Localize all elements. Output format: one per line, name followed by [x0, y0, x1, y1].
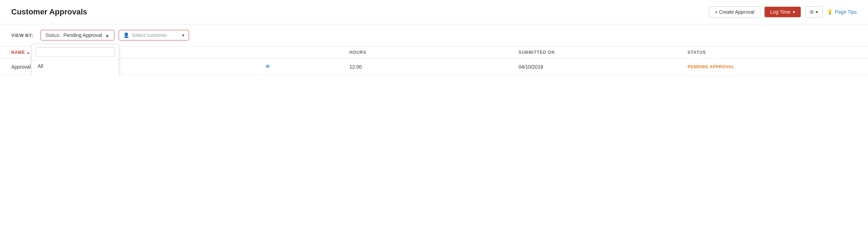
- gear-icon: ⚙: [810, 9, 814, 15]
- status-dropdown-menu: All Approved Rejected Pending Submission…: [32, 44, 119, 75]
- dropdown-item-approved[interactable]: Approved: [32, 72, 119, 75]
- column-header-status: STATUS: [688, 50, 857, 55]
- view-by-label: VIEW BY:: [11, 33, 33, 38]
- create-approval-button[interactable]: + Create Approval: [709, 6, 760, 18]
- page-header: Customer Approvals + Create Approval Log…: [0, 0, 868, 24]
- column-header-submitted-on: SUBMITTED ON: [518, 50, 687, 55]
- table-row: Approval fo 👁 12:00 04/10/2018 PENDING A…: [0, 59, 868, 75]
- cell-submitted-on: 04/10/2018: [518, 64, 687, 70]
- chevron-down-icon: ▾: [182, 32, 184, 38]
- chevron-up-icon: ▲: [105, 32, 110, 38]
- chevron-down-icon: ▾: [816, 9, 818, 15]
- page-title: Customer Approvals: [11, 7, 87, 17]
- status-filter-value: Pending Approval: [63, 32, 102, 38]
- column-header-hours: HOURS: [350, 50, 518, 55]
- approvals-table: NAME ▲ HOURS SUBMITTED ON STATUS Approva…: [0, 46, 868, 75]
- log-time-button[interactable]: Log Time ▾: [765, 7, 801, 17]
- column-header-eye: [265, 50, 350, 55]
- cell-eye-icon[interactable]: 👁: [265, 64, 350, 70]
- lightbulb-icon: 💡: [827, 9, 833, 15]
- status-filter-dropdown[interactable]: Status: Pending Approval ▲: [40, 30, 114, 40]
- customer-filter-placeholder: Select customer: [132, 32, 167, 38]
- log-time-label: Log Time: [770, 9, 791, 15]
- dropdown-search-input[interactable]: [36, 47, 115, 57]
- page-tips-button[interactable]: 💡 Page Tips: [827, 9, 857, 15]
- cell-status: PENDING APPROVAL: [688, 64, 857, 69]
- sort-asc-icon: ▲: [26, 51, 30, 55]
- cell-hours: 12:00: [350, 64, 518, 70]
- dropdown-item-all[interactable]: All: [32, 60, 119, 72]
- dropdown-search-container: [32, 44, 119, 60]
- page-tips-label: Page Tips: [835, 9, 857, 15]
- customer-icon: 👤: [123, 32, 129, 38]
- header-actions: + Create Approval Log Time ▾ ⚙ ▾ 💡 Page …: [709, 6, 857, 18]
- chevron-down-icon: ▾: [793, 9, 795, 15]
- status-filter-prefix: Status:: [45, 32, 61, 38]
- settings-button[interactable]: ⚙ ▾: [805, 6, 823, 18]
- customer-filter-dropdown[interactable]: 👤 Select customer ▾: [119, 30, 189, 40]
- toolbar: VIEW BY: Status: Pending Approval ▲ 👤 Se…: [0, 24, 868, 46]
- table-header: NAME ▲ HOURS SUBMITTED ON STATUS: [0, 46, 868, 59]
